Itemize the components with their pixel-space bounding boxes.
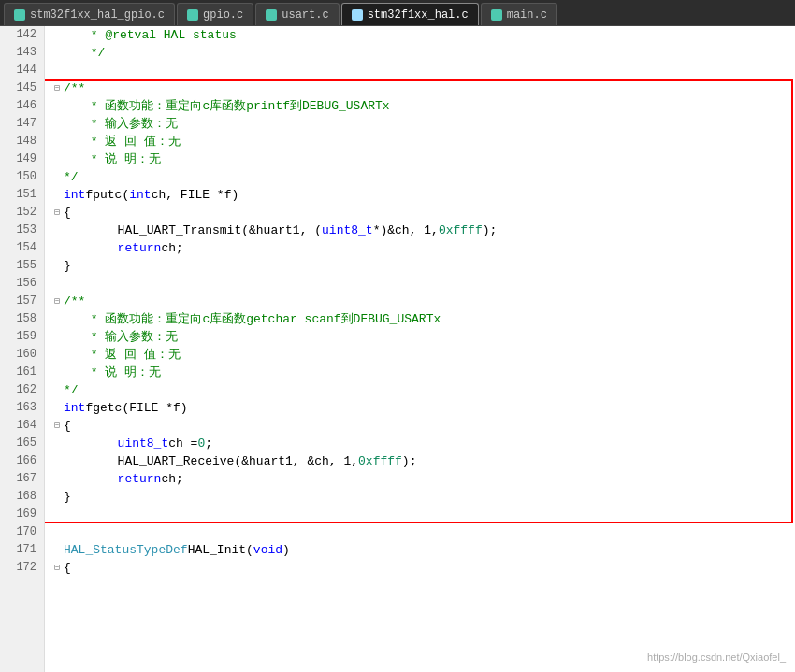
token-comment: */ — [64, 168, 79, 186]
token-comment: */ — [64, 381, 79, 399]
line-number: 154 — [7, 239, 36, 257]
code-line: * 返 回 值：无 — [52, 346, 795, 364]
fold-icon[interactable]: ⊟ — [52, 422, 62, 431]
token-plain: { — [64, 204, 71, 222]
line-number: 149 — [7, 150, 36, 168]
line-number: 144 — [7, 62, 36, 79]
fold-icon[interactable]: ⊟ — [52, 297, 62, 307]
token-cn-comment: * 说 明：无 — [91, 150, 161, 168]
code-line: int fgetc(FILE *f) — [52, 399, 795, 417]
tab-stm32f1xx_hal-c[interactable]: stm32f1xx_hal.c — [341, 3, 479, 25]
code-line: return ch; — [52, 239, 795, 257]
token-plain: { — [64, 559, 71, 577]
code-line: * 输入参数：无 — [52, 328, 795, 346]
code-line: */ — [52, 168, 795, 186]
token-plain: { — [64, 417, 71, 435]
tab-label: main.c — [507, 8, 547, 21]
code-line: * 说 明：无 — [52, 364, 795, 381]
line-number: 148 — [7, 133, 36, 150]
tab-label: gpio.c — [203, 8, 243, 21]
token-comment: * @retval HAL status — [91, 26, 237, 44]
line-number: 171 — [7, 541, 36, 559]
tab-label: usart.c — [282, 8, 328, 21]
code-line — [52, 275, 795, 293]
token-plain: ch; — [161, 470, 182, 488]
line-number: 143 — [7, 44, 36, 62]
token-kw: return — [118, 239, 162, 257]
code-line: uint8_t ch = 0; — [52, 435, 795, 452]
token-cn-comment: * 函数功能：重定向c库函数getchar scanf到DEBUG_USARTx — [91, 310, 441, 328]
token-plain: fputc( — [85, 186, 129, 204]
token-kw: int — [129, 186, 151, 204]
tab-usart-c[interactable]: usart.c — [255, 3, 339, 25]
tab-file-icon — [491, 9, 502, 21]
line-number: 165 — [7, 435, 36, 452]
code-line: * 函数功能：重定向c库函数getchar scanf到DEBUG_USARTx — [52, 310, 795, 328]
editor: 1421431441451461471481491501511521531541… — [0, 26, 795, 672]
code-line: */ — [52, 381, 795, 399]
line-number: 147 — [7, 115, 36, 133]
tab-main-c[interactable]: main.c — [481, 3, 557, 25]
token-plain: ); — [483, 222, 498, 239]
code-line: ⊟{ — [52, 204, 795, 222]
fold-icon[interactable]: ⊟ — [52, 208, 62, 218]
tab-stm32f1xx_hal_gpio-c[interactable]: stm32f1xx_hal_gpio.c — [4, 3, 175, 25]
token-plain: } — [64, 488, 71, 506]
code-line: ⊟{ — [52, 417, 795, 435]
tab-label: stm32f1xx_hal_gpio.c — [30, 8, 165, 21]
token-plain: fgetc(FILE *f) — [85, 399, 187, 417]
line-number: 162 — [7, 381, 36, 399]
token-hex: 0xffff — [358, 452, 402, 470]
line-number: 166 — [7, 452, 36, 470]
line-number: 160 — [7, 346, 36, 364]
line-number: 155 — [7, 257, 36, 275]
code-line: ⊟/** — [52, 79, 795, 97]
line-number: 156 — [7, 275, 36, 293]
fold-icon[interactable]: ⊟ — [52, 564, 62, 573]
code-line: * 函数功能：重定向c库函数printf到DEBUG_USARTx — [52, 97, 795, 115]
code-line: * 返 回 值：无 — [52, 133, 795, 150]
tab-file-icon — [352, 9, 363, 21]
code-line: */ — [52, 44, 795, 62]
tab-gpio-c[interactable]: gpio.c — [177, 3, 253, 25]
token-kw2: uint8_t — [322, 222, 373, 239]
code-line: HAL_UART_Receive(&huart1, &ch, 1, 0xffff… — [52, 452, 795, 470]
token-type: HAL_StatusTypeDef — [64, 541, 188, 559]
line-number: 169 — [7, 506, 36, 523]
token-cn-comment: * 返 回 值：无 — [91, 133, 181, 150]
token-cn-comment: * 输入参数：无 — [91, 115, 179, 133]
line-number: 151 — [7, 186, 36, 204]
token-plain: ch, FILE *f) — [152, 186, 239, 204]
token-hex: 0xffff — [439, 222, 483, 239]
line-number: 145 — [7, 79, 36, 97]
token-kw2: uint8_t — [118, 435, 169, 452]
token-plain: ch; — [161, 239, 182, 257]
code-line: * @retval HAL status — [52, 26, 795, 44]
code-line: int fputc(int ch, FILE *f) — [52, 186, 795, 204]
line-number: 159 — [7, 328, 36, 346]
token-cn-comment: * 函数功能：重定向c库函数printf到DEBUG_USARTx — [91, 97, 390, 115]
token-plain: ch = — [168, 435, 197, 452]
line-number: 153 — [7, 222, 36, 239]
line-number: 152 — [7, 204, 36, 222]
line-number: 146 — [7, 97, 36, 115]
token-plain: HAL_UART_Receive — [118, 452, 235, 470]
token-plain: } — [64, 257, 71, 275]
line-number: 168 — [7, 488, 36, 506]
token-kw: int — [64, 186, 85, 204]
tab-file-icon — [187, 9, 198, 21]
line-number: 158 — [7, 310, 36, 328]
tab-bar: stm32f1xx_hal_gpio.cgpio.cusart.cstm32f1… — [0, 0, 795, 26]
line-number: 164 — [7, 417, 36, 435]
token-plain: ; — [205, 435, 212, 452]
code-line: } — [52, 488, 795, 506]
tab-file-icon — [14, 9, 25, 21]
token-comment: /** — [64, 293, 85, 310]
token-cn-comment: * 返 回 值：无 — [91, 346, 181, 364]
tab-label: stm32f1xx_hal.c — [368, 8, 469, 21]
line-number: 172 — [7, 559, 36, 577]
tab-file-icon — [266, 9, 277, 21]
code-line: ⊟{ — [52, 559, 795, 577]
fold-icon[interactable]: ⊟ — [52, 84, 62, 93]
token-number: 0 — [197, 435, 205, 452]
